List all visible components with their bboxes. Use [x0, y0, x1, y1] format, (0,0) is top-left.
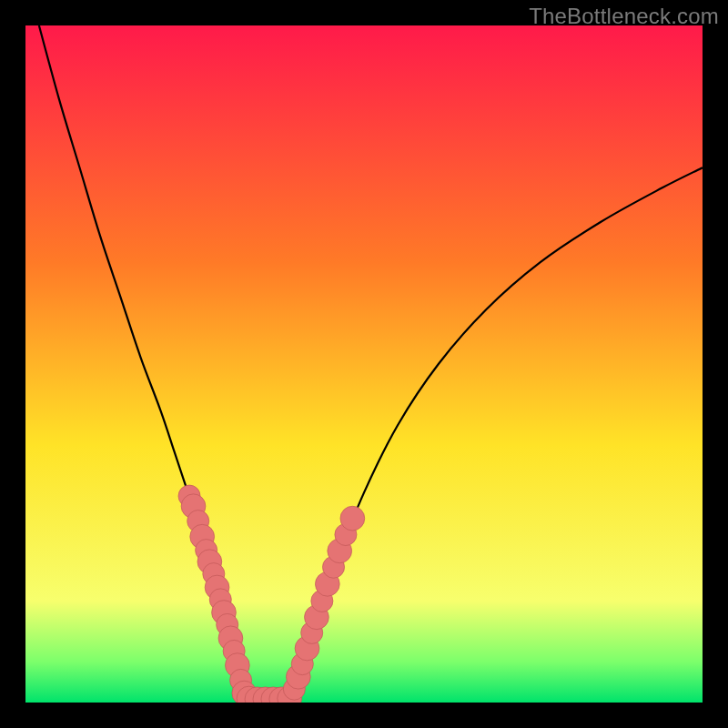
plot-area [25, 25, 703, 703]
chart-svg [25, 25, 703, 703]
gradient-bg [25, 25, 703, 703]
outer-frame: TheBottleneck.com [0, 0, 728, 728]
data-dot [340, 506, 365, 531]
watermark-text: TheBottleneck.com [529, 4, 719, 29]
